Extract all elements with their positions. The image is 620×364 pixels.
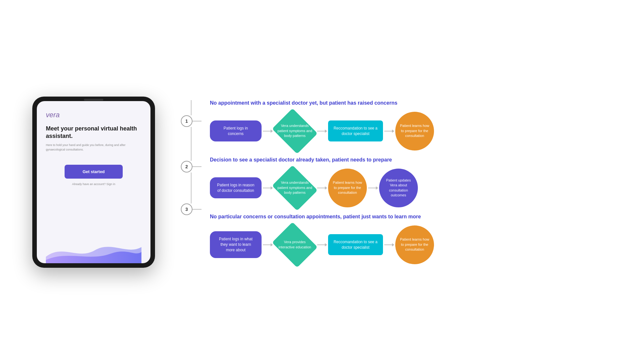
branch-3: 3 [181, 203, 202, 215]
step-1-2-text: Vera understands patient symptoms and bo… [274, 123, 316, 138]
vert-line-bot-1 [191, 127, 191, 151]
step-2-4: Patient updates Vera about consultation … [379, 169, 418, 207]
main-flow: 1 2 [181, 100, 601, 264]
step-3-1: Patient logs in what they want to learn … [210, 231, 262, 258]
scenario-title-3: No particular concerns or consultation a… [210, 214, 601, 220]
step-2-2-text: Vera understands patient symptoms and bo… [274, 180, 316, 195]
branch-line-2 [192, 166, 202, 167]
flow-row-3: Patient logs in what they want to learn … [210, 225, 601, 264]
sign-in-text: Already have an account? Sign in [46, 182, 141, 186]
arrow-3-2 [317, 244, 327, 245]
arrow-3-1 [263, 244, 273, 245]
step-3-4: Patient learns how to prepare for the co… [395, 225, 434, 264]
tablet-screen: vera Meet your personal virtual health a… [37, 101, 150, 263]
arrow-3-3 [384, 244, 394, 245]
step-2-2-wrap: Vera understands patient symptoms and bo… [274, 172, 316, 204]
tablet-subtext: Here to hold your hand and guide you bef… [46, 143, 141, 152]
num-row-2: 2 [181, 161, 202, 172]
num-circle-1: 1 [181, 115, 192, 127]
vert-line-bot-2 [191, 172, 191, 203]
flow-row-2: Patient logs in reason of doctor consult… [210, 169, 601, 207]
arrow-2-1 [263, 188, 273, 188]
left-connector-column: 1 2 [181, 100, 207, 215]
branch-line-3 [192, 209, 202, 210]
arrow-2-2 [317, 188, 327, 188]
arrow-1-2 [317, 131, 327, 131]
tablet-section: vera Meet your personal virtual health a… [19, 97, 168, 268]
scenario-title-2: Decision to see a specialist doctor alre… [210, 157, 601, 163]
num-row-3: 3 [181, 203, 202, 215]
vert-line-top-1 [191, 100, 191, 116]
scenario-title-1: No appointment with a specialist doctor … [210, 100, 601, 106]
arrow-1-3 [384, 131, 394, 131]
arrow-2-3 [368, 188, 378, 188]
step-1-2-wrap: Vera understands patient symptoms and bo… [274, 115, 316, 147]
get-started-button[interactable]: Get started [65, 165, 123, 179]
scenario-block-3: No particular concerns or consultation a… [210, 214, 601, 264]
step-2-1: Patient logs in reason of doctor consult… [210, 177, 262, 199]
scenarios-stack: No appointment with a specialist doctor … [210, 100, 601, 264]
vert-line-top-2 [191, 152, 191, 161]
tablet-device: vera Meet your personal virtual health a… [32, 97, 155, 268]
flow-section: 1 2 [168, 100, 601, 264]
scenario-block-2: Decision to see a specialist doctor alre… [210, 157, 601, 207]
scenario-block-1: No appointment with a specialist doctor … [210, 100, 601, 151]
step-3-2-text: Vera provides interactive education [274, 240, 316, 250]
step-1-3: Reccomandation to see a doctor specialis… [328, 120, 383, 142]
vera-logo: vera [46, 111, 141, 119]
tablet-heading: Meet your personal virtual health assist… [46, 125, 141, 140]
branch-1: 1 [181, 100, 202, 152]
branch-line-1 [192, 121, 202, 121]
step-1-1: Patient logs in concerns [210, 120, 262, 142]
tablet-wave [46, 237, 141, 263]
page-container: vera Meet your personal virtual health a… [0, 0, 620, 364]
step-3-2-wrap: Vera provides interactive education [274, 229, 316, 261]
step-3-3: Reccomandation to see a doctor specialis… [328, 234, 383, 255]
arrow-1-1 [263, 131, 273, 131]
branch-2: 2 [181, 152, 202, 203]
step-1-4: Patient learns how to prepare for the co… [395, 112, 434, 151]
num-circle-2: 2 [181, 161, 192, 172]
flow-row-1: Patient logs in concerns Vera understand… [210, 112, 601, 151]
num-row-1: 1 [181, 115, 202, 127]
step-2-3: Patient learns how to prepare for the co… [328, 169, 367, 207]
num-circle-3: 3 [181, 203, 192, 215]
